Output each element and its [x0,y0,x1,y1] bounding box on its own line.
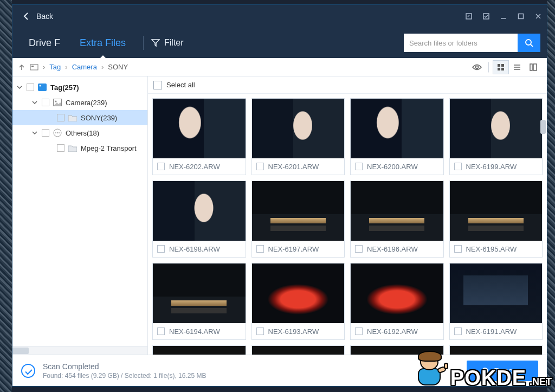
filter-button[interactable]: Filter [151,38,184,48]
sys-icon-2[interactable] [477,5,495,28]
content-vscroll[interactable] [539,76,547,355]
thumbnail[interactable] [153,181,246,241]
crumb-tag[interactable]: Tag [49,63,61,71]
file-name: NEX-6193.ARW [268,327,319,336]
tree-node-sony[interactable]: SONY(239) [12,110,147,125]
thumbnail[interactable] [450,264,543,323]
file-card[interactable]: NEX-6200.ARW [350,98,444,175]
file-checkbox[interactable] [157,245,165,253]
tree-checkbox[interactable] [27,83,34,91]
recover-button[interactable]: Recover [467,361,538,381]
tab-extra-files[interactable]: Extra Files [70,28,135,58]
file-checkbox[interactable] [256,327,264,335]
file-card[interactable]: NEX-6198.ARW [152,181,246,258]
location-icon[interactable] [30,63,38,71]
search-button[interactable] [518,34,540,52]
sidebar-hscroll[interactable] [12,346,147,355]
back-button[interactable]: Back [12,12,63,21]
tab-drive-f-label: Drive F [29,37,60,49]
file-checkbox[interactable] [256,163,264,170]
thumbnail[interactable] [153,264,246,323]
file-card[interactable]: NEX-6191.ARW [449,263,543,340]
svg-point-20 [59,132,60,133]
file-name: NEX-6196.ARW [367,245,418,253]
thumbnail[interactable] [252,181,345,241]
thumbnail[interactable] [252,264,345,323]
file-card[interactable]: NEX-6194.ARW [152,263,246,340]
recover-label: Recover [494,366,524,375]
close-button[interactable] [530,5,547,28]
file-meta: NEX-6194.ARW [153,323,246,339]
file-card[interactable]: NEX-6196.ARW [350,181,444,258]
tree-checkbox[interactable] [42,99,49,106]
nav-separator [143,36,144,50]
view-list[interactable] [509,60,525,74]
file-meta: NEX-6200.ARW [351,158,443,175]
expand-toggle[interactable] [31,130,38,136]
content-vscroll-thumb[interactable] [540,120,546,134]
file-card-partial[interactable] [350,345,444,355]
file-checkbox[interactable] [157,327,165,335]
file-card[interactable]: NEX-6192.ARW [350,263,444,340]
tree-node-tag[interactable]: Tag(257) [12,80,147,95]
view-grid[interactable] [493,60,509,74]
file-card-partial[interactable] [251,345,345,355]
thumbnail[interactable] [252,99,345,158]
thumbnail[interactable] [450,99,543,158]
sidebar-hscroll-thumb[interactable] [12,348,29,354]
tab-extra-files-label: Extra Files [80,37,126,49]
file-card[interactable]: NEX-6197.ARW [251,181,345,258]
tab-drive-f[interactable]: Drive F [19,28,70,58]
svg-rect-11 [530,64,532,70]
thumbnail[interactable] [450,346,543,355]
up-button[interactable] [18,63,25,71]
file-card[interactable]: NEX-6199.ARW [449,98,543,175]
sys-icon-1[interactable] [460,5,477,28]
tree-node-mpeg2[interactable]: Mpeg-2 Transport [12,140,147,156]
breadcrumb-bar: › Tag › Camera › SONY [12,58,547,76]
chevron-left-icon [22,12,31,21]
file-checkbox[interactable] [157,163,165,170]
search-input[interactable] [404,34,518,52]
preview-toggle[interactable] [469,60,485,74]
expand-toggle[interactable] [16,85,23,90]
file-checkbox[interactable] [355,245,363,253]
tree-checkbox[interactable] [57,144,64,152]
select-all-row[interactable]: Select all [148,76,547,94]
thumbnail[interactable] [351,346,443,355]
file-checkbox[interactable] [454,245,462,253]
select-all-checkbox[interactable] [153,81,162,89]
thumbnail[interactable] [351,181,443,241]
thumbnail[interactable] [351,264,443,323]
file-card[interactable]: NEX-6195.ARW [449,181,543,258]
thumbnail[interactable] [450,181,543,241]
file-card[interactable]: NEX-6202.ARW [152,98,246,175]
file-checkbox[interactable] [355,163,363,170]
thumbnail[interactable] [351,99,443,158]
file-card-partial[interactable] [152,345,246,355]
thumbnail[interactable] [252,346,345,355]
file-checkbox[interactable] [454,163,462,170]
file-card[interactable]: NEX-6193.ARW [251,263,345,340]
file-meta: NEX-6199.ARW [450,158,543,175]
file-name: NEX-6192.ARW [367,327,418,336]
tree-node-camera[interactable]: Camera(239) [12,95,147,110]
tree-node-others[interactable]: Others(18) [12,125,147,140]
minimize-button[interactable] [495,5,512,28]
tree-checkbox[interactable] [42,129,49,137]
thumbnail[interactable] [153,346,246,355]
file-checkbox[interactable] [256,245,264,253]
crumb-camera[interactable]: Camera [72,63,97,71]
maximize-button[interactable] [512,5,530,28]
file-checkbox[interactable] [355,327,363,335]
file-card[interactable]: NEX-6201.ARW [251,98,345,175]
file-card-partial[interactable] [449,345,543,355]
tree-checkbox[interactable] [57,114,64,121]
view-detail[interactable] [525,60,541,74]
file-checkbox[interactable] [454,327,462,335]
file-name: NEX-6202.ARW [169,163,220,171]
thumbnail[interactable] [153,99,246,158]
file-meta: NEX-6201.ARW [252,158,345,175]
expand-toggle[interactable] [31,100,38,105]
svg-rect-5 [31,66,34,67]
